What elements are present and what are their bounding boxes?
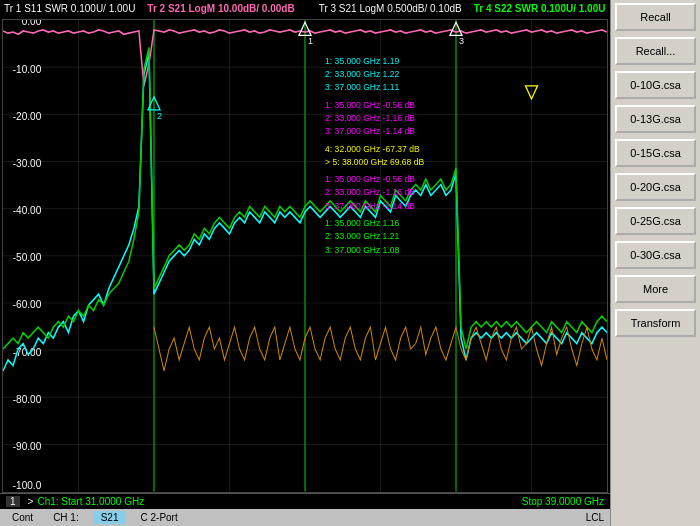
svg-text:-90.00: -90.00 (13, 440, 42, 453)
status-text: Ch1: Start 31.0000 GHz (37, 496, 144, 507)
more-button[interactable]: More (615, 275, 696, 303)
status-arrow: > (28, 496, 34, 507)
svg-text:-10.00: -10.00 (13, 63, 42, 76)
0-30g-button[interactable]: 0-30G.csa (615, 241, 696, 269)
bottom-bar: Cont CH 1: S21 C 2-Port LCL (0, 509, 610, 526)
svg-text:2:  33.000 GHz  -1.16 dB: 2: 33.000 GHz -1.16 dB (325, 113, 415, 123)
svg-text:3:  37.000 GHz  -1.14 dB: 3: 37.000 GHz -1.14 dB (325, 201, 415, 211)
tr3-label: Tr 3 S21 LogM 0.500dB/ 0.10dB (319, 2, 462, 17)
svg-text:0.00: 0.00 (22, 20, 42, 28)
svg-text:3:  37.000 GHz    1.11: 3: 37.000 GHz 1.11 (325, 82, 399, 92)
tr4-label: Tr 4 S22 SWR 0.100U/ 1.00U (474, 2, 606, 17)
s21-label: S21 (93, 511, 127, 524)
svg-text:3:  37.000 GHz  -1.14 dB: 3: 37.000 GHz -1.14 dB (325, 126, 415, 136)
status-stop: Stop 39.0000 GHz (522, 496, 604, 507)
transform-button[interactable]: Transform (615, 309, 696, 337)
svg-text:-80.00: -80.00 (13, 393, 42, 406)
svg-text:-30.00: -30.00 (13, 157, 42, 170)
status-bar: 1 > Ch1: Start 31.0000 GHz Stop 39.0000 … (0, 493, 610, 509)
svg-text:3:  37.000 GHz    1.08: 3: 37.000 GHz 1.08 (325, 245, 399, 255)
tr1-label: Tr 1 S11 SWR 0.100U/ 1.00U (4, 2, 135, 17)
recall-button[interactable]: Recall (615, 3, 696, 31)
status-num: 1 (6, 496, 20, 507)
svg-text:-60.00: -60.00 (13, 298, 42, 311)
chart-svg: 0.00 -10.00 -20.00 -30.00 -40.00 -50.00 … (3, 20, 607, 492)
0-10g-button[interactable]: 0-10G.csa (615, 71, 696, 99)
0-13g-button[interactable]: 0-13G.csa (615, 105, 696, 133)
svg-text:1: 1 (308, 35, 313, 46)
chart-area: 0.00 -10.00 -20.00 -30.00 -40.00 -50.00 … (2, 19, 608, 493)
svg-text:-40.00: -40.00 (13, 204, 42, 217)
svg-text:2:  33.000 GHz    1.22: 2: 33.000 GHz 1.22 (325, 69, 399, 79)
ch-label: CH 1: (47, 511, 85, 524)
cont-label: Cont (6, 511, 39, 524)
tr2-label: Tr 2 S21 LogM 10.00dB/ 0.00dB (147, 2, 294, 17)
recall-dialog-button[interactable]: Recall... (615, 37, 696, 65)
trace-header: Tr 1 S11 SWR 0.100U/ 1.00U Tr 2 S21 LogM… (0, 0, 610, 19)
svg-text:-20.00: -20.00 (13, 110, 42, 123)
svg-text:-100.0: -100.0 (13, 479, 42, 492)
svg-text:1:  35.000 GHz  -0.56 dB: 1: 35.000 GHz -0.56 dB (325, 174, 415, 184)
port-label: C 2-Port (134, 511, 183, 524)
0-25g-button[interactable]: 0-25G.csa (615, 207, 696, 235)
svg-text:4:  32.000 GHz  -67.37 dB: 4: 32.000 GHz -67.37 dB (325, 144, 420, 154)
svg-text:> 5:  38.000 GHz  69.68 dB: > 5: 38.000 GHz 69.68 dB (325, 157, 424, 167)
svg-text:2:  33.000 GHz  -1.16 dB: 2: 33.000 GHz -1.16 dB (325, 188, 415, 198)
svg-text:1:  35.000 GHz    1.19: 1: 35.000 GHz 1.19 (325, 56, 399, 66)
svg-text:3: 3 (459, 35, 464, 46)
svg-text:1:  35.000 GHz  -0.56 dB: 1: 35.000 GHz -0.56 dB (325, 100, 415, 110)
sidebar: Recall Recall... 0-10G.csa 0-13G.csa 0-1… (610, 0, 700, 526)
main-area: Tr 1 S11 SWR 0.100U/ 1.00U Tr 2 S21 LogM… (0, 0, 610, 526)
svg-text:2:  33.000 GHz    1.21: 2: 33.000 GHz 1.21 (325, 231, 399, 241)
0-15g-button[interactable]: 0-15G.csa (615, 139, 696, 167)
svg-text:-50.00: -50.00 (13, 251, 42, 264)
svg-text:1:  35.000 GHz    1.16: 1: 35.000 GHz 1.16 (325, 218, 399, 228)
lcl-label: LCL (586, 512, 604, 523)
0-20g-button[interactable]: 0-20G.csa (615, 173, 696, 201)
svg-text:2: 2 (157, 110, 162, 121)
